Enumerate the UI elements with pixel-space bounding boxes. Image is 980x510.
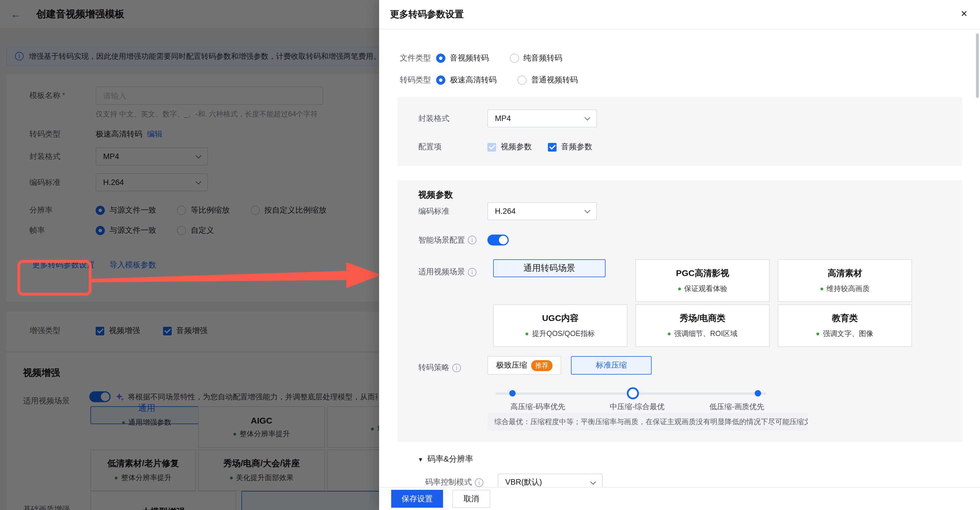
strategy-buttons: 极致压缩推荐 标准压缩 [487,356,652,375]
slider-stop-right[interactable] [755,390,761,397]
drawer-codec-row: 编码标准 H.264 [418,202,597,220]
cancel-button[interactable]: 取消 [452,490,490,508]
drawer-container-label: 封装格式 [418,113,487,124]
rate-control-label: 码率控制模式 [425,477,498,488]
file-type-label: 文件类型 [400,53,436,64]
slider-label-low: 低压缩-画质优先 [710,402,765,412]
drawer-scene-label: 适用视频场景 [418,267,476,277]
config-items-row: 配置项 视频参数 音频参数 [418,142,615,152]
scene-card-pgc[interactable]: PGC高清影视 保证观看体验 [635,259,770,302]
video-params-panel: 视频参数 编码标准 H.264 智能场景配置 适用视频场景 通用转码场景 PGC… [398,180,962,442]
scene-card-hd-material[interactable]: 高清素材 维持较高画质 [778,259,912,302]
drawer-title: 更多转码参数设置 [390,8,464,21]
chevron-down-icon [590,478,596,484]
smart-scene-row: 智能场景配置 [418,234,509,245]
green-dot-icon [820,287,823,290]
info-icon [468,268,476,276]
green-dot-icon [668,332,671,335]
slider-label-high: 高压缩-码率优先 [511,402,565,412]
strategy-extreme-button[interactable]: 极致压缩推荐 [487,356,561,375]
drawer-scene-grid: 通用转码场景 PGC高清影视 保证观看体验 高清素材 维持较高画质 UGC内容 … [493,259,912,347]
scene-card-show-ecom[interactable]: 秀场/电商类 强调细节、ROI区域 [635,304,770,347]
app-root: ← 创建音视频增强模板 增强基于转码实现，因此使用增强功能需要同时配置转码参数和… [0,0,980,510]
green-dot-icon [678,287,681,290]
strategy-description: 综合最优：压缩程度中等；平衡压缩率与画质，在保证主观画质没有明显降低的情况下尽可… [487,413,808,430]
checkbox-audio-params[interactable]: 音频参数 [548,142,592,152]
drawer-footer: 保存设置 取消 [379,487,980,510]
drawer-codec-select[interactable]: H.264 [487,202,597,220]
file-type-row: 文件类型 音视频转码 纯音频转码 [400,53,583,64]
drawer-codec-label: 编码标准 [418,206,487,217]
radio-icon [436,54,445,63]
annotation-highlight-box [17,260,92,296]
recommend-badge: 推荐 [531,360,552,371]
save-settings-button[interactable]: 保存设置 [391,490,443,508]
video-params-title: 视频参数 [418,190,453,201]
scene-card-education[interactable]: 教育类 强调文字、图像 [778,304,912,347]
chevron-down-icon [584,115,590,120]
slider-handle[interactable] [627,387,639,399]
radio-av-transcode[interactable]: 音视频转码 [436,53,489,64]
smart-scene-config-toggle[interactable] [487,234,509,245]
triangle-down-icon: ▼ [418,456,423,462]
radio-icon [517,75,527,85]
drawer-scrollbar[interactable] [976,33,979,98]
bitrate-section-toggle[interactable]: ▼ 码率&分辨率 [418,454,473,464]
config-items-label: 配置项 [418,142,487,152]
info-icon [475,478,484,487]
info-icon [468,236,476,244]
bitrate-section-title: 码率&分辨率 [428,454,473,464]
drawer-transcode-type-label: 转码类型 [400,75,436,85]
strategy-label: 转码策略 [418,362,461,373]
checkbox-checked-disabled-icon [487,143,496,151]
slider-stop-left[interactable] [509,390,515,397]
drawer-container-row: 封装格式 MP4 [418,110,597,128]
slider-label-mid: 中压缩-综合最优 [610,402,665,412]
radio-audio-only-transcode[interactable]: 纯音频转码 [509,53,562,64]
slider-labels: 高压缩-码率优先 中压缩-综合最优 低压缩-画质优先 [487,402,810,412]
scene-card-general-transcode[interactable]: 通用转码场景 [493,259,606,277]
chevron-down-icon [584,207,590,213]
more-params-drawer: 更多转码参数设置 × 文件类型 音视频转码 纯音频转码 转码类型 极速高清转码 … [379,0,980,510]
radio-normal-transcode[interactable]: 普通视频转码 [517,75,578,85]
green-dot-icon [526,332,528,335]
close-icon[interactable]: × [961,8,967,19]
checkbox-checked-icon [548,143,557,151]
scene-card-ugc[interactable]: UGC内容 提升QOS/QOE指标 [493,304,627,347]
radio-icon [509,54,519,63]
radio-tesh-transcode[interactable]: 极速高清转码 [436,75,496,85]
annotation-arrow-icon [90,261,384,291]
info-icon [452,363,461,372]
compression-slider[interactable] [495,392,766,395]
radio-icon [436,75,445,85]
smart-scene-label: 智能场景配置 [418,235,487,245]
container-config-panel: 封装格式 MP4 配置项 视频参数 音频参数 [398,97,962,166]
checkbox-video-params[interactable]: 视频参数 [487,142,532,152]
green-dot-icon [817,332,819,335]
drawer-container-select[interactable]: MP4 [487,110,597,128]
drawer-transcode-type-row: 转码类型 极速高清转码 普通视频转码 [400,75,598,85]
drawer-header: 更多转码参数设置 × [379,0,980,29]
strategy-standard-button[interactable]: 标准压缩 [571,356,652,375]
